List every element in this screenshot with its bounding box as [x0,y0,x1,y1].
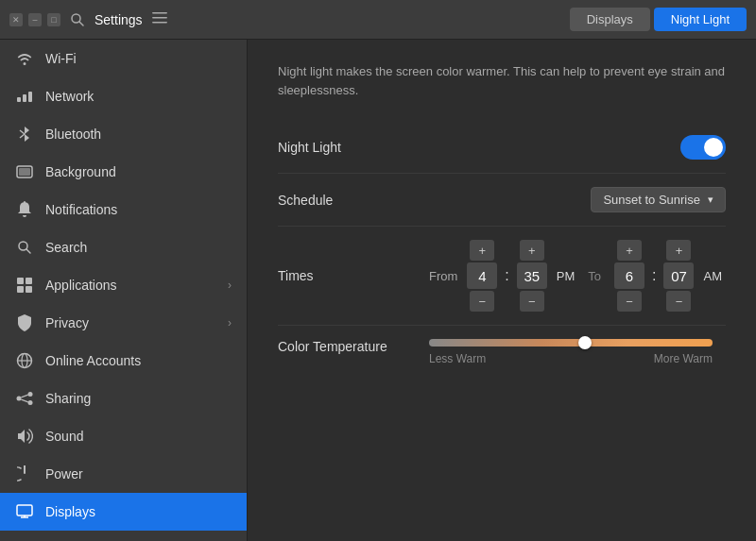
to-hour-value: 6 [614,262,644,289]
minimize-button[interactable]: – [28,13,42,26]
to-ampm-label: AM [703,269,722,283]
less-warm-label: Less Warm [429,352,486,365]
sidebar-item-power[interactable]: Power [0,455,247,493]
svg-line-13 [26,249,30,253]
from-minute-value: 35 [517,262,547,289]
sidebar-item-wifi[interactable]: Wi-Fi [0,40,247,77]
tab-night-light[interactable]: Night Light [654,8,747,31]
sidebar-item-label-privacy: Privacy [45,315,89,330]
sidebar-item-label-displays: Displays [45,504,95,519]
network-icon [15,87,34,106]
svg-rect-11 [19,168,30,176]
night-light-label: Night Light [278,140,429,155]
svg-rect-5 [17,97,21,102]
night-light-control [429,135,726,160]
app-title: Settings [94,12,143,27]
to-minute-down-button[interactable]: − [666,291,691,312]
svg-rect-4 [152,22,167,24]
chevron-right-privacy-icon: › [228,316,232,330]
sidebar-item-notifications[interactable]: Notifications [0,191,247,228]
times-row: Times From + 4 − : + 35 − PM To [278,227,726,326]
svg-rect-16 [17,286,24,293]
privacy-icon [15,313,34,332]
sidebar-item-mouse-touchpad[interactable]: Mouse & Touchpad [0,531,247,541]
schedule-row: Schedule Sunset to Sunrise [278,174,726,227]
online-accounts-icon [15,351,34,370]
sidebar-item-label-sound: Sound [45,429,83,444]
sidebar-item-label-power: Power [45,466,83,482]
bluetooth-icon [15,125,34,144]
sidebar-item-privacy[interactable]: Privacy › [0,304,247,342]
time-separator: To [588,269,601,283]
svg-line-1 [79,22,83,25]
sound-icon [15,427,34,446]
sidebar-item-displays[interactable]: Displays [0,493,247,531]
color-temp-track[interactable] [429,339,713,347]
main-layout: Wi-Fi Network Bluetooth [0,40,756,541]
sidebar-item-network[interactable]: Network [0,77,247,115]
sidebar-item-online-accounts[interactable]: Online Accounts [0,342,247,380]
sidebar-item-sound[interactable]: Sound [0,417,247,455]
sidebar-item-applications[interactable]: Applications › [0,266,247,304]
window-controls: ✕ – □ [9,13,60,26]
svg-line-24 [21,395,27,397]
maximize-button[interactable]: □ [47,13,60,26]
from-hour-up-button[interactable]: + [470,240,494,261]
sharing-icon [15,389,34,408]
sidebar-item-label-wifi: Wi-Fi [45,51,77,66]
sidebar-item-bluetooth[interactable]: Bluetooth [0,115,247,153]
times-label: Times [278,268,429,283]
titlebar: ✕ – □ Settings Displays Night Light [0,0,756,40]
color-temp-thumb[interactable] [578,336,592,349]
tab-group: Displays Night Light [570,8,747,31]
svg-line-9 [20,134,25,138]
from-hour-field: + 4 − [467,240,497,312]
svg-rect-17 [26,286,32,293]
displays-icon [15,502,34,521]
wifi-icon [15,49,34,68]
sidebar-item-label-applications: Applications [45,278,117,293]
times-control: From + 4 − : + 35 − PM To + [429,240,722,312]
from-minute-down-button[interactable]: − [520,291,544,312]
from-hour-down-button[interactable]: − [470,291,494,312]
to-hour-field: + 6 − [614,240,644,312]
sidebar: Wi-Fi Network Bluetooth [0,40,248,541]
svg-point-23 [28,400,33,405]
color-temp-slider-wrap: Less Warm More Warm [429,339,713,365]
sidebar-item-background[interactable]: Background [0,153,247,191]
svg-rect-15 [26,278,32,284]
menu-button[interactable] [152,10,167,28]
time-colon-2: : [652,267,656,284]
night-light-toggle[interactable] [680,135,726,160]
to-minute-up-button[interactable]: + [666,240,691,261]
sidebar-item-sharing[interactable]: Sharing [0,380,247,417]
svg-line-25 [21,399,27,402]
color-temp-row: Color Temperature Less Warm More Warm [278,326,726,379]
applications-icon [15,276,34,295]
schedule-dropdown[interactable]: Sunset to Sunrise [591,187,726,212]
to-hour-up-button[interactable]: + [617,240,642,261]
svg-rect-3 [152,17,167,19]
close-button[interactable]: ✕ [9,13,23,26]
search-icon[interactable] [70,12,85,27]
sidebar-item-label-network: Network [45,89,94,104]
from-label: From [429,269,457,283]
sidebar-item-label-background: Background [45,164,116,179]
schedule-control: Sunset to Sunrise [429,187,726,212]
sidebar-item-label-search: Search [45,240,87,255]
svg-line-8 [20,130,25,134]
sidebar-item-search[interactable]: Search [0,228,247,266]
from-minute-field: + 35 − [517,240,547,312]
slider-labels: Less Warm More Warm [429,352,713,365]
more-warm-label: More Warm [654,352,713,365]
notifications-icon [15,200,34,219]
svg-point-21 [17,397,22,401]
power-icon [15,465,34,483]
tab-displays[interactable]: Displays [570,8,650,31]
schedule-label: Schedule [278,193,429,208]
to-hour-down-button[interactable]: − [617,291,642,312]
sidebar-item-label-sharing: Sharing [45,391,91,406]
sidebar-item-label-notifications: Notifications [45,202,117,217]
from-minute-up-button[interactable]: + [520,240,544,261]
content-description: Night light makes the screen color warme… [278,62,726,99]
